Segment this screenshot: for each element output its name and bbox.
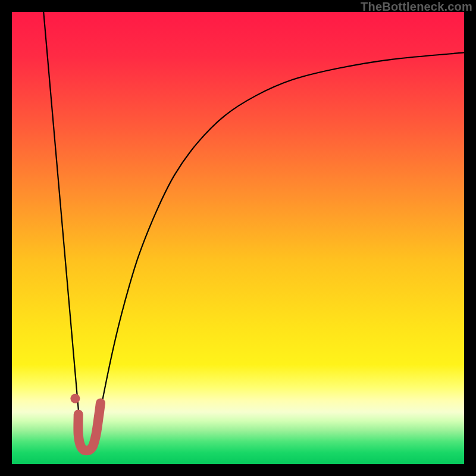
plot-area	[12, 12, 464, 464]
right-branch-line	[93, 52, 464, 450]
chart-stage: TheBottleneck.com	[0, 0, 476, 476]
j-marker-dot	[70, 394, 80, 403]
left-branch-line	[43, 12, 82, 450]
curves-layer	[12, 12, 464, 464]
j-marker	[78, 403, 101, 450]
